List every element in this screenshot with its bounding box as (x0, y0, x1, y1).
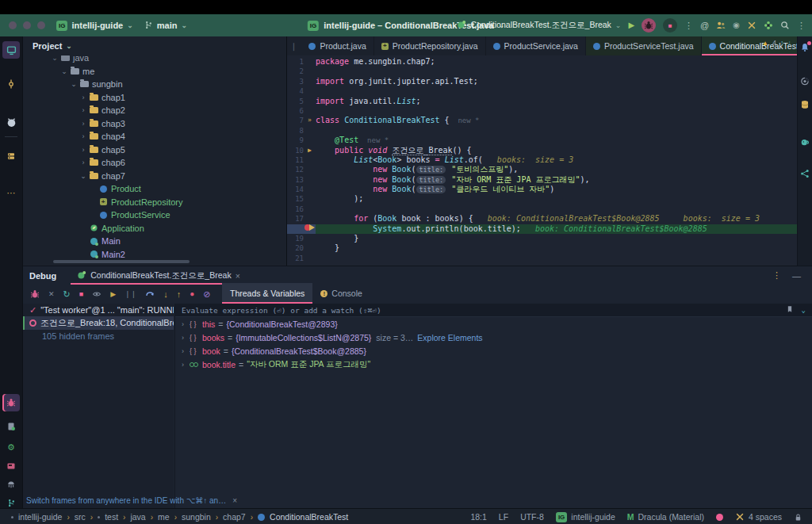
eye-icon[interactable] (92, 289, 102, 299)
tree-item-Main[interactable]: Main (23, 235, 286, 248)
tree-item-sungbin[interactable]: ⌄sungbin (23, 78, 286, 91)
stack-frame-row[interactable]: 조건으로_Break:18, ConditionalBreakTest (me.… (23, 316, 174, 330)
more-icon[interactable]: ⋮ (684, 21, 693, 30)
tree-item-chap2[interactable]: ›chap2 (23, 104, 286, 117)
breadcrumb-sungbin[interactable]: sungbin (182, 512, 211, 522)
chevron-right-icon[interactable]: › (182, 361, 190, 369)
gutter[interactable]: 20 (287, 243, 316, 253)
tool-stripe-run-window-button[interactable] (2, 418, 20, 435)
stop-button[interactable]: ■ (663, 18, 677, 33)
chevron-down-icon[interactable]: ⌄ (802, 306, 806, 314)
chevron-right-icon[interactable]: › (79, 94, 88, 101)
gutter[interactable]: 11 (287, 155, 316, 165)
gutter[interactable]: 5 (287, 97, 316, 106)
bookmark-icon[interactable] (786, 305, 794, 315)
thread-row[interactable]: ✓ "Test worker"@1 ... "main": RUNNING ⌄ (23, 304, 174, 316)
settings-icon[interactable] (764, 21, 773, 30)
gutter[interactable]: 12 (287, 165, 316, 174)
tree-item-Main2[interactable]: Main2 (23, 248, 286, 262)
more-icon[interactable]: ⋮ (797, 21, 806, 30)
tool-stripe-github-button[interactable] (2, 113, 20, 131)
gutter[interactable]: 1 (287, 57, 316, 67)
editor-tab-ProductRepository.java[interactable]: +ProductRepository.java (374, 36, 486, 55)
chevron-right-icon[interactable]: › (182, 347, 190, 355)
record-icon[interactable]: ◉ (733, 21, 740, 29)
stop-icon[interactable]: ■ (79, 291, 83, 298)
tree-item-chap4[interactable]: ›chap4 (23, 130, 286, 143)
view-breakpoints-icon[interactable]: ● (190, 290, 194, 298)
close-icon[interactable]: × (236, 271, 240, 281)
chevron-down-icon[interactable]: ⌄ (69, 80, 79, 88)
tools-icon[interactable] (747, 21, 756, 30)
tree-item-chap3[interactable]: ›chap3 (23, 117, 286, 131)
line-separator-widget[interactable]: LF (499, 512, 508, 522)
chevron-right-icon[interactable]: › (79, 106, 88, 114)
caret-position-widget[interactable]: 18:1 (470, 512, 486, 522)
tool-stripe-structure-button[interactable] (800, 169, 810, 178)
resume-icon[interactable]: ▶ (110, 291, 116, 298)
horizontal-scrollbar[interactable] (53, 260, 190, 263)
gutter[interactable]: 2 (287, 67, 316, 76)
chevron-down-icon[interactable]: ⌄ (79, 172, 88, 180)
chevron-right-icon[interactable]: › (182, 320, 190, 328)
tool-stripe-more-button[interactable]: ⋯ (2, 184, 20, 201)
chevron-right-icon[interactable]: › (182, 334, 190, 342)
debugger-tab-Console[interactable]: !Console (312, 283, 370, 304)
minimize-icon[interactable]: — (792, 271, 801, 281)
indent-widget[interactable]: 4 spaces (735, 512, 782, 522)
breakpoint-execution-icon[interactable] (304, 224, 316, 235)
tree-item-ProductRepository[interactable]: +ProductRepository (23, 196, 286, 209)
breadcrumb-test[interactable]: test (105, 512, 118, 522)
gutter[interactable]: 16 (287, 205, 316, 214)
chevron-right-icon[interactable]: › (79, 159, 88, 166)
close-icon[interactable]: × (232, 496, 237, 505)
traffic-lights[interactable] (9, 21, 45, 29)
chevron-right-icon[interactable]: › (79, 132, 88, 140)
run-class-gutter-icon[interactable]: » (304, 116, 316, 125)
breadcrumb-java[interactable]: java (130, 512, 145, 522)
gutter[interactable]: 7» (287, 116, 316, 125)
breadcrumb-chap7[interactable]: chap7 (223, 512, 246, 522)
gutter[interactable]: 8 (287, 126, 316, 136)
tree-item-chap7[interactable]: ⌄chap7 (23, 170, 286, 183)
play-icon[interactable]: ▶ (628, 21, 634, 29)
next-warning-arrow-icon[interactable]: ↓ (788, 39, 792, 47)
variable-row-this[interactable]: ›{ }this={ConditionalBreakTest@2893} (175, 317, 812, 331)
tool-stripe-database-button[interactable] (800, 100, 810, 109)
gutter[interactable]: 10▶ (287, 146, 316, 155)
tool-stripe-gradle-button[interactable] (800, 137, 810, 147)
gutter[interactable]: 19 (287, 234, 316, 243)
project-tool-header[interactable]: Project ⌄ (23, 36, 286, 55)
tool-stripe-debugger-button[interactable] (2, 394, 20, 411)
accent-dot-icon[interactable] (716, 514, 723, 521)
breadcrumb-src[interactable]: src (75, 512, 86, 522)
tree-item-ProductService[interactable]: ProductService (23, 208, 286, 222)
rerun-icon[interactable]: ↻ (63, 290, 71, 299)
tool-stripe-services-button[interactable] (2, 147, 20, 165)
lock-icon[interactable] (794, 513, 802, 522)
debug-button[interactable] (642, 18, 656, 33)
mentions-icon[interactable]: @ (700, 21, 709, 30)
search-icon[interactable] (780, 21, 790, 30)
gutter[interactable]: 3 (287, 77, 316, 86)
tool-stripe-profiler-button[interactable] (2, 457, 20, 475)
restart-debug-icon[interactable] (30, 289, 40, 299)
breadcrumb-intellij-guide[interactable]: intellij-guide (18, 512, 62, 522)
code-editor[interactable]: 1package me.sungbin.chap7;23import org.j… (287, 55, 798, 266)
gutter[interactable]: 4 (287, 86, 316, 96)
editor-tab-Product.java[interactable]: Product.java (301, 36, 373, 55)
chevron-down-icon[interactable]: ⌄ (59, 67, 69, 75)
tool-stripe-project-button[interactable] (2, 41, 20, 59)
remove-icon[interactable]: ✕ (48, 291, 55, 298)
run-method-gutter-icon[interactable]: ▶ (304, 146, 316, 155)
hint-toast[interactable]: Switch frames from anywhere in the IDE w… (26, 496, 237, 505)
gutter[interactable]: 14 (287, 185, 316, 194)
tree-item-me[interactable]: ⌄me (23, 65, 286, 78)
editor-tab-ConditionalBreakTest.java[interactable]: ConditionalBreakTest.java× (702, 36, 812, 55)
editor-tab-ProductServiceTest.java[interactable]: ProductServiceTest.java (586, 36, 702, 55)
zoom-window-button[interactable] (37, 21, 45, 29)
chevron-right-icon[interactable]: › (79, 120, 88, 128)
tool-stripe-commit-button[interactable] (2, 75, 20, 93)
prev-warning-arrow-icon[interactable]: ↑ (780, 39, 784, 47)
more-icon[interactable]: ⋮ (772, 270, 781, 281)
